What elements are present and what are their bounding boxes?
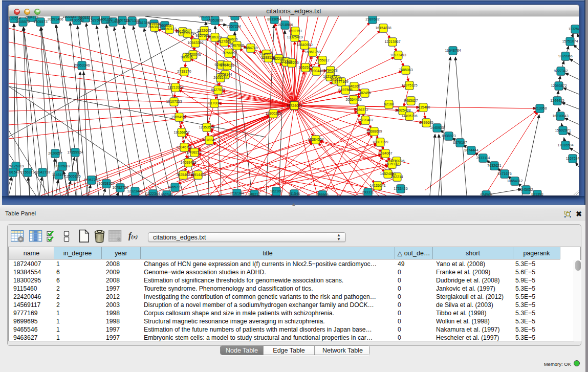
svg-text:6794028: 6794028 [323, 69, 337, 72]
svg-text:8813054: 8813054 [267, 17, 281, 21]
svg-text:19166857: 19166857 [173, 130, 189, 134]
svg-text:12093872: 12093872 [551, 84, 567, 87]
svg-text:20053346: 20053346 [74, 63, 90, 67]
svg-text:8454749: 8454749 [244, 46, 257, 50]
svg-text:8471676: 8471676 [497, 172, 511, 176]
svg-text:90975887: 90975887 [54, 164, 70, 168]
svg-text:9674444: 9674444 [464, 148, 478, 152]
svg-text:7663822: 7663822 [147, 25, 161, 29]
svg-text:19218506: 19218506 [277, 23, 293, 27]
svg-text:12942737: 12942737 [34, 170, 50, 174]
svg-text:7485063: 7485063 [399, 68, 412, 72]
svg-text:2718170: 2718170 [177, 70, 191, 73]
svg-text:15751074: 15751074 [562, 39, 578, 43]
svg-text:12213363: 12213363 [167, 85, 183, 89]
svg-text:989615: 989615 [181, 55, 192, 59]
svg-text:9218211: 9218211 [228, 16, 242, 17]
svg-text:15720407: 15720407 [357, 118, 373, 122]
svg-text:6879197: 6879197 [453, 141, 467, 144]
svg-text:18724007: 18724007 [286, 103, 302, 108]
svg-text:1103554: 1103554 [9, 16, 20, 20]
svg-text:6990446: 6990446 [309, 69, 323, 73]
svg-text:10046798: 10046798 [176, 145, 192, 149]
svg-text:8213958: 8213958 [533, 106, 547, 110]
svg-text:2967608: 2967608 [230, 43, 244, 47]
svg-text:8938923: 8938923 [442, 134, 455, 138]
svg-text:18300295: 18300295 [265, 112, 281, 115]
svg-text:1615132: 1615132 [385, 162, 399, 166]
svg-text:16914479: 16914479 [190, 173, 206, 177]
svg-text:9245052: 9245052 [519, 188, 533, 191]
svg-text:689969: 689969 [316, 193, 328, 195]
svg-text:2387682: 2387682 [365, 17, 379, 21]
svg-text:10958107: 10958107 [98, 182, 114, 185]
svg-text:14136141: 14136141 [369, 184, 385, 187]
svg-text:17359924: 17359924 [67, 150, 83, 154]
svg-text:8813054: 8813054 [199, 16, 212, 18]
svg-text:12505135: 12505135 [64, 174, 80, 178]
svg-text:1522344: 1522344 [146, 192, 160, 195]
svg-text:9115460: 9115460 [417, 105, 430, 109]
svg-text:15692971: 15692971 [555, 128, 571, 132]
svg-text:1440935: 1440935 [430, 126, 444, 129]
svg-text:10782759: 10782759 [112, 186, 128, 189]
svg-text:7625402: 7625402 [176, 173, 190, 177]
svg-text:8427512: 8427512 [211, 88, 225, 92]
svg-text:12323446: 12323446 [127, 189, 143, 193]
svg-text:10543362: 10543362 [187, 41, 203, 45]
svg-text:911546: 911546 [289, 192, 300, 195]
svg-text:252214: 252214 [391, 175, 403, 179]
svg-text:16961758: 16961758 [304, 50, 320, 54]
svg-text:7632621: 7632621 [487, 164, 501, 167]
svg-text:9498212: 9498212 [187, 150, 201, 154]
svg-text:293311: 293311 [362, 190, 374, 194]
svg-text:16210643: 16210643 [552, 114, 568, 118]
svg-text:17957253: 17957253 [83, 178, 99, 182]
svg-text:2603144: 2603144 [213, 76, 227, 79]
svg-text:924505: 924505 [480, 193, 492, 195]
svg-text:1362615: 1362615 [298, 65, 312, 69]
svg-text:952344: 952344 [161, 193, 172, 195]
svg-text:7955812: 7955812 [315, 58, 329, 62]
svg-text:1322605: 1322605 [197, 29, 211, 32]
svg-text:14495796: 14495796 [401, 114, 417, 118]
svg-text:962160: 962160 [270, 189, 282, 193]
svg-text:9327505: 9327505 [217, 40, 231, 43]
svg-text:1167534: 1167534 [566, 157, 579, 160]
svg-text:10025438: 10025438 [395, 108, 410, 112]
svg-text:13226058: 13226058 [179, 31, 195, 35]
svg-text:8186328: 8186328 [208, 35, 222, 39]
svg-text:17016504: 17016504 [557, 143, 573, 147]
svg-text:16053809: 16053809 [207, 18, 223, 22]
svg-text:62160: 62160 [384, 102, 394, 106]
svg-text:8660123: 8660123 [162, 27, 176, 31]
svg-text:9465777: 9465777 [168, 185, 182, 189]
svg-text:9084067: 9084067 [378, 151, 392, 155]
svg-text:1692751: 1692751 [288, 29, 302, 33]
svg-text:821393: 821393 [531, 192, 543, 195]
svg-text:817006: 817006 [208, 101, 220, 105]
svg-text:875685: 875685 [223, 51, 234, 55]
svg-text:1405572: 1405572 [16, 20, 30, 24]
svg-text:9463627: 9463627 [404, 99, 418, 102]
svg-text:7986372: 7986372 [354, 108, 368, 112]
svg-text:18640910: 18640910 [296, 43, 312, 47]
svg-text:9777169: 9777169 [334, 80, 348, 83]
svg-text:7357224: 7357224 [227, 25, 241, 28]
svg-text:26126019: 26126019 [9, 164, 24, 168]
svg-text:10107553: 10107553 [166, 100, 182, 103]
svg-text:382456: 382456 [359, 91, 371, 95]
svg-text:1145191: 1145191 [52, 173, 66, 177]
svg-text:19654952: 19654952 [171, 115, 187, 119]
svg-text:20364436: 20364436 [345, 98, 361, 101]
svg-text:1391547: 1391547 [9, 170, 20, 174]
svg-text:20691406: 20691406 [47, 17, 63, 21]
svg-text:12353594: 12353594 [199, 125, 214, 129]
svg-text:1362205: 1362205 [285, 61, 298, 64]
svg-text:16648784: 16648784 [445, 49, 461, 52]
svg-text:18807299: 18807299 [372, 140, 388, 144]
svg-text:12213967: 12213967 [384, 40, 400, 43]
svg-text:12975125: 12975125 [401, 83, 417, 87]
svg-text:9329966: 9329966 [558, 54, 572, 58]
svg-text:10688609: 10688609 [366, 129, 382, 133]
